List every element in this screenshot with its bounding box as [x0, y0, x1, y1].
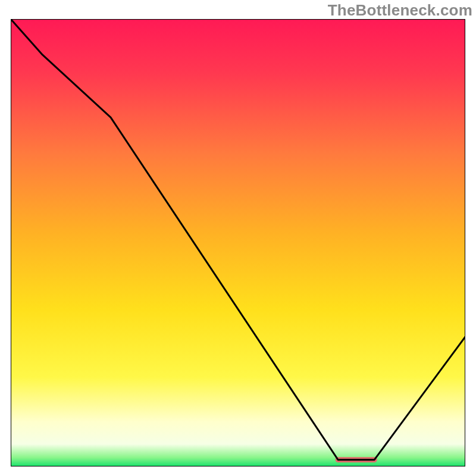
chart-svg	[11, 19, 465, 466]
chart-container: TheBottleneck.com	[0, 0, 476, 476]
plot-area	[11, 19, 465, 466]
gradient-background	[11, 19, 465, 466]
watermark-label: TheBottleneck.com	[328, 1, 472, 20]
